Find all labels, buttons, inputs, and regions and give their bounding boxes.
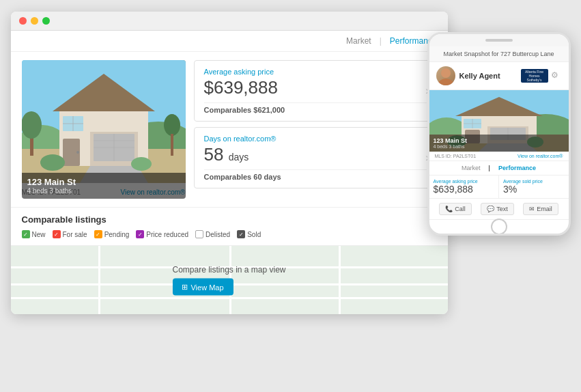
checkbox-price-reduced[interactable]: ✓ [136, 230, 144, 238]
phone-property-image: 123 Main St 4 beds 3 baths [429, 90, 569, 152]
phone-stats-row: Average asking price $639,888 Average so… [429, 176, 569, 199]
agent-name: Kelly Agent [459, 72, 521, 80]
phone-property-address: 123 Main St [434, 137, 565, 144]
text-label: Text [496, 206, 508, 212]
phone-mls-id: MLS ID: PA2LST01 [435, 154, 477, 158]
checkbox-for-sale[interactable]: ✓ [53, 230, 61, 238]
phone-home-indicator [429, 220, 569, 234]
checkbox-pending[interactable]: ✓ [94, 230, 102, 238]
map-overlay: Compare listings in a map view ⊞ View Ma… [172, 265, 285, 296]
checkbox-new[interactable]: ✓ [22, 230, 30, 238]
agent-logo-text: Alberta Fine Homes Sotheby's [525, 70, 543, 82]
svg-point-21 [164, 114, 180, 136]
svg-point-20 [22, 111, 42, 139]
agent-avatar [436, 66, 455, 85]
days-comparables: Comparables 60 days [204, 169, 427, 181]
phone-meta: MLS ID: PA2LST01 View on realtor.com® [429, 152, 569, 161]
phone-sold-price-stat: Average sold price 3% [499, 176, 569, 198]
browser-window: Market | Performance [11, 12, 448, 314]
checkbox-sold[interactable]: ✓ [237, 230, 245, 238]
property-image [22, 60, 186, 183]
svg-point-17 [40, 154, 65, 171]
filter-new[interactable]: ✓ New [22, 230, 46, 238]
nav-divider: | [380, 36, 382, 46]
map-section: Compare listings in a map view ⊞ View Ma… [11, 246, 448, 314]
phone-mockup: Market Snapshot for 727 Buttercup Lane K… [427, 32, 571, 236]
phone-property-beds: 4 beds 3 baths [434, 144, 565, 149]
filter-for-sale[interactable]: ✓ For sale [53, 230, 87, 238]
filter-pending[interactable]: ✓ Pending [94, 230, 130, 238]
minimize-dot[interactable] [31, 17, 38, 25]
comparable-section: Comparable listings ✓ New ✓ For sale ✓ P… [11, 208, 448, 246]
agent-logo: Alberta Fine Homes Sotheby's [521, 69, 548, 83]
browser-content: Market | Performance [11, 31, 448, 314]
property-title-overlay: 123 Main St 4 beds 3 baths [22, 173, 186, 199]
asking-comparables: Comparables $621,000 [204, 102, 427, 114]
phone-sold-value: 3% [503, 184, 565, 195]
svg-point-12 [76, 151, 79, 154]
fullscreen-dot[interactable] [42, 17, 50, 25]
property-beds: 4 beds 3 baths [27, 187, 180, 195]
filter-price-reduced-label: Price reduced [146, 231, 188, 238]
call-button[interactable]: 📞 Call [439, 203, 472, 215]
phone-top-bar [429, 34, 569, 46]
tab-market[interactable]: Market [346, 36, 371, 46]
email-icon: ✉ [529, 206, 535, 212]
text-button[interactable]: 💬 Text [481, 203, 514, 215]
filter-for-sale-label: For sale [63, 231, 87, 238]
phone-property-overlay: 123 Main St 4 beds 3 baths [429, 135, 569, 152]
asking-price-panel: Average asking price $639,888 Comparable… [194, 60, 437, 122]
phone-sold-label: Average sold price [503, 179, 565, 184]
comparable-title: Comparable listings [22, 214, 437, 225]
map-icon: ⊞ [182, 283, 188, 292]
phone-view-link[interactable]: View on realtor.com® [518, 154, 563, 158]
browser-titlebar [11, 12, 448, 31]
property-address: 123 Main St [27, 177, 180, 187]
call-icon: 📞 [445, 206, 453, 212]
phone-asking-price-stat: Average asking price $639,888 [429, 176, 500, 198]
filter-new-label: New [32, 231, 46, 238]
checkbox-delisted[interactable] [195, 230, 203, 238]
days-label: Days on realtor.com® [204, 135, 427, 143]
filter-row: ✓ New ✓ For sale ✓ Pending ✓ Price reduc… [22, 230, 437, 238]
settings-icon[interactable]: ⚙ [551, 70, 562, 81]
filter-sold[interactable]: ✓ Sold [237, 230, 261, 238]
filter-sold-label: Sold [247, 231, 261, 238]
phone-speaker [485, 39, 513, 42]
stats-container: Average asking price $639,888 Comparable… [194, 60, 437, 199]
days-on-realtor-panel: Days on realtor.com® 58 days Comparables… [194, 127, 437, 188]
nav-tabs: Market | Performance [11, 31, 448, 52]
filter-delisted[interactable]: Delisted [195, 230, 230, 238]
call-label: Call [455, 206, 466, 212]
filter-price-reduced[interactable]: ✓ Price reduced [136, 230, 188, 238]
map-compare-text: Compare listings in a map view [172, 265, 285, 275]
phone-nav-tabs: Market | Performance [429, 161, 569, 176]
map-background: Compare listings in a map view ⊞ View Ma… [11, 246, 448, 314]
phone-agent-row: Kelly Agent Alberta Fine Homes Sotheby's… [429, 62, 569, 90]
asking-price-label: Average asking price [204, 68, 427, 76]
phone-tab-market[interactable]: Market [462, 165, 481, 171]
text-icon: 💬 [487, 206, 494, 212]
phone-nav-divider: | [489, 165, 490, 171]
property-image-container: 123 Main St 4 beds 3 baths MLS ID: PA2LS… [22, 60, 186, 199]
svg-rect-22 [171, 134, 173, 156]
listing-section: 123 Main St 4 beds 3 baths MLS ID: PA2LS… [11, 52, 448, 208]
svg-point-23 [441, 68, 451, 78]
phone-content: Market Snapshot for 727 Buttercup Lane K… [429, 46, 569, 220]
svg-point-18 [131, 157, 152, 171]
email-button[interactable]: ✉ Email [523, 203, 558, 215]
close-dot[interactable] [19, 17, 27, 25]
phone-asking-label: Average asking price [434, 179, 495, 184]
filter-delisted-label: Delisted [206, 231, 230, 238]
view-map-label: View Map [190, 283, 223, 291]
phone-header: Market Snapshot for 727 Buttercup Lane [429, 46, 569, 62]
phone-actions: 📞 Call 💬 Text ✉ Email [429, 199, 569, 220]
phone-asking-value: $639,888 [434, 184, 495, 195]
phone-home-button[interactable] [491, 219, 507, 235]
days-value: 58 days [204, 144, 427, 165]
view-map-button[interactable]: ⊞ View Map [172, 279, 233, 296]
asking-price-value: $639,888 [204, 77, 427, 98]
svg-point-24 [438, 79, 454, 85]
phone-tab-performance[interactable]: Performance [498, 165, 536, 171]
filter-pending-label: Pending [104, 231, 130, 238]
